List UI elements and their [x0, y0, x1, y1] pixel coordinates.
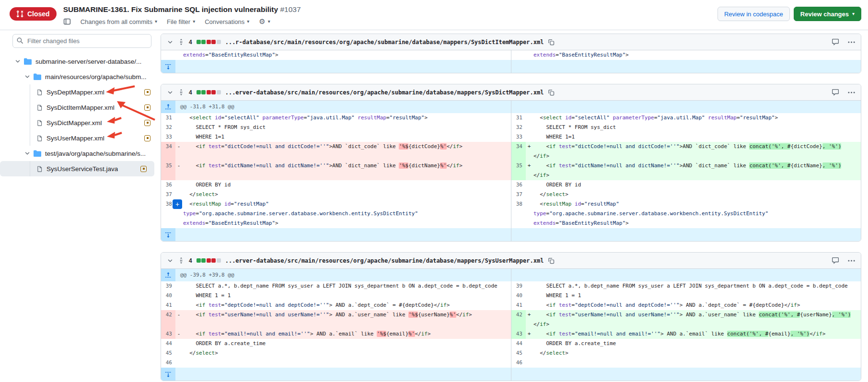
line-number[interactable]: 43 [511, 329, 526, 339]
caret-down-icon: ▾ [852, 12, 855, 16]
diff-marker [175, 113, 182, 123]
filter-changed-files-input[interactable] [12, 34, 151, 48]
tree-item-sysdeptmapper-xml[interactable]: SysDeptMapper.xml [0, 84, 158, 100]
line-number[interactable]: 45 [161, 348, 175, 358]
add-comment-button[interactable]: + [173, 199, 182, 209]
pr-title-text: SUBMARINE-1361. Fix Submarine SQL inject… [63, 5, 278, 13]
diff-row: 45 </select>45 </select> [161, 348, 861, 358]
tree-item-main-resources-org-apache-subm[interactable]: main/resources/org/apache/subm... [0, 69, 158, 84]
conversations-dropdown[interactable]: Conversations▾ [205, 18, 249, 25]
line-number[interactable]: 36 [161, 180, 175, 190]
drag-handle-icon[interactable] [178, 89, 185, 96]
tree-item-sysdictitemmapper-xml[interactable]: SysDictItemMapper.xml [0, 100, 158, 115]
line-number[interactable]: 44 [511, 339, 526, 348]
line-number[interactable]: 34 [511, 142, 526, 161]
diff-settings-dropdown[interactable]: ⚙▾ [259, 17, 270, 26]
line-number[interactable] [161, 50, 175, 60]
diff-side-old: 44 ORDER BY a.create_time [161, 339, 511, 348]
comment-icon[interactable] [832, 89, 839, 96]
line-number[interactable]: 32 [161, 123, 175, 132]
drag-handle-icon[interactable] [178, 38, 185, 46]
code-line: <resultMap id="resultMap"type="org.apach… [532, 199, 861, 228]
line-number[interactable]: 35 [161, 161, 175, 180]
line-number[interactable]: 31 [161, 113, 175, 123]
code-line: <if test="deptCode!=null and deptCode!='… [182, 301, 511, 310]
toggle-file-tree-button[interactable] [63, 18, 71, 25]
expand-down-button[interactable] [161, 60, 175, 73]
kebab-menu[interactable] [848, 41, 855, 43]
expand-up-button[interactable] [161, 269, 175, 281]
diff-side-old: 33 WHERE 1=1 [161, 132, 511, 142]
tree-item-sysuserservicetest-java[interactable]: SysUserServiceTest.java [0, 161, 154, 176]
diff-side-new: 34+ <if test="dictCode!=null and dictCod… [511, 142, 861, 161]
line-number[interactable]: 38 [511, 199, 526, 228]
file-filter-dropdown[interactable]: File filter▾ [167, 18, 195, 25]
changes-from-dropdown[interactable]: Changes from all commits▾ [81, 18, 157, 25]
line-number[interactable]: 37 [511, 190, 526, 199]
line-number[interactable]: 42 [161, 310, 175, 329]
line-number[interactable] [511, 50, 526, 60]
line-number[interactable]: 43 [161, 329, 175, 339]
diffstat-square-add [201, 40, 206, 44]
tree-item-test-java-org-apache-submarine-s[interactable]: test/java/org/apache/submarine/s... [0, 146, 158, 161]
line-number[interactable]: 32 [511, 123, 526, 132]
comment-icon[interactable] [832, 38, 839, 46]
line-number[interactable]: 31 [511, 113, 526, 123]
line-number[interactable]: 46 [511, 358, 526, 368]
file-icon [36, 89, 43, 96]
kebab-menu[interactable] [848, 92, 855, 93]
review-in-codespace-button[interactable]: Review in codespace [718, 7, 790, 21]
line-number[interactable]: 44 [161, 339, 175, 348]
expand-up-button[interactable] [161, 101, 175, 113]
hunk-header-left: @@ -31,8 +31,8 @@ [161, 101, 511, 113]
comment-icon[interactable] [832, 257, 839, 264]
diff-row: 46 46 [161, 358, 861, 368]
diff-row: 32 SELECT * FROM sys_dict32 SELECT * FRO… [161, 123, 861, 132]
line-number[interactable]: 39 [511, 281, 526, 291]
line-number[interactable]: 33 [511, 132, 526, 142]
copy-path-button[interactable] [548, 39, 555, 46]
line-number[interactable]: 41 [511, 301, 526, 310]
code-line: ORDER BY a.create_time [182, 339, 511, 348]
line-number[interactable]: 46 [161, 358, 175, 368]
file-header-actions [832, 89, 855, 96]
collapse-file-button[interactable] [167, 257, 174, 264]
expand-down-button[interactable] [161, 368, 175, 381]
code-line: <if test="email!=null and email!=''"> AN… [532, 329, 861, 339]
modified-file-icon [144, 89, 150, 95]
expand-strip-left [161, 368, 511, 381]
collapse-file-button[interactable] [167, 39, 174, 46]
line-number[interactable]: 35 [511, 161, 526, 180]
line-number[interactable]: 41 [161, 301, 175, 310]
diff-side-new: 45 </select> [511, 348, 861, 358]
line-number[interactable]: 34 [161, 142, 175, 161]
diff-marker [526, 358, 532, 368]
copy-path-button[interactable] [548, 257, 555, 264]
hunk-header-right [511, 269, 861, 281]
code-line: <if test="dictCode!=null and dictCode!='… [532, 142, 861, 161]
line-number[interactable]: 40 [161, 291, 175, 301]
file-header: 4...erver-database/src/main/resources/or… [161, 253, 861, 269]
collapse-file-button[interactable] [167, 89, 174, 96]
line-number[interactable]: 39 [161, 281, 175, 291]
diff-row: 39 SELECT a.*, b.dept_name FROM sys_user… [161, 281, 861, 291]
line-number[interactable]: 36 [511, 180, 526, 190]
copy-path-button[interactable] [548, 89, 555, 96]
diff-toolbar: Changes from all commits▾ File filter▾ C… [63, 17, 718, 26]
file-tree-sidebar: submarine-server/server-database/...main… [0, 30, 158, 382]
diff-row: extends="BaseEntityResultMap">extends="B… [161, 50, 861, 60]
line-number[interactable]: 33 [161, 132, 175, 142]
drag-handle-icon[interactable] [178, 257, 185, 264]
line-number[interactable]: 40 [511, 291, 526, 301]
line-number[interactable]: 37 [161, 190, 175, 199]
file-header: 4...r-database/src/main/resources/org/ap… [161, 34, 861, 50]
diff-row: 40 WHERE 1 = 140 WHERE 1 = 1 [161, 291, 861, 301]
line-number[interactable]: 42 [511, 310, 526, 329]
kebab-menu[interactable] [848, 260, 855, 262]
tree-item-submarine-server-server-database[interactable]: submarine-server/server-database/... [0, 54, 158, 69]
tree-item-sysusermapper-xml[interactable]: SysUserMapper.xml [0, 130, 158, 146]
line-number[interactable]: 45 [511, 348, 526, 358]
review-changes-button[interactable]: Review changes▾ [794, 7, 861, 21]
expand-down-button[interactable] [161, 228, 175, 241]
tree-item-sysdictmapper-xml[interactable]: SysDictMapper.xml [0, 115, 158, 130]
